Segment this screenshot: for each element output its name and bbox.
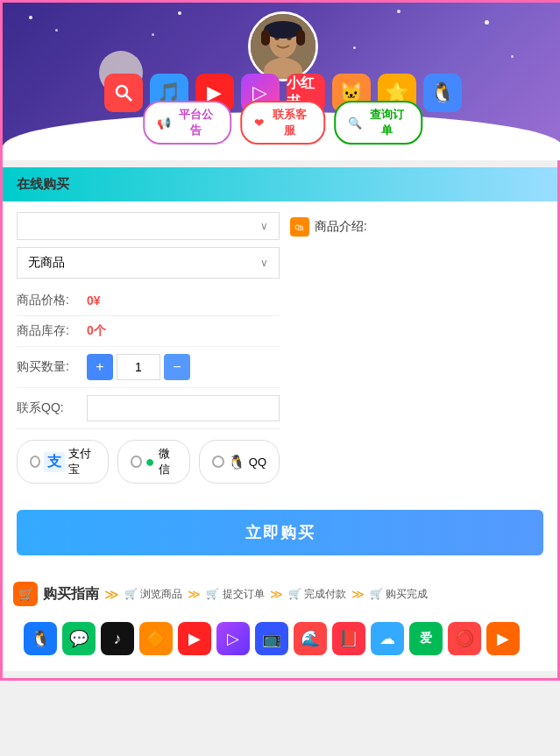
quantity-controls: + − bbox=[87, 354, 190, 380]
bottom-purple-icon[interactable]: ▷ bbox=[216, 622, 250, 655]
guide-step-3: 🛒 完成付款 bbox=[288, 587, 346, 602]
bottom-app-icons: 🐧 💬 ♪ 🔶 ▶ ▷ 📺 🌊 📕 ☁ 爱 ⭕ ▶ bbox=[13, 615, 547, 662]
bottom-iqiyi-icon[interactable]: 爱 bbox=[409, 622, 443, 655]
bottom-video-icon[interactable]: ▶ bbox=[178, 622, 211, 655]
bottom-red-circle-icon[interactable]: ⭕ bbox=[448, 622, 481, 655]
guide-section: 🛒 购买指南 ≫ 🛒 浏览商品 ≫ 🛒 提交订单 ≫ 🛒 完成付款 ≫ 🛒 购买… bbox=[3, 573, 557, 671]
price-value: 0¥ bbox=[87, 293, 101, 307]
chevron-down-icon-2: ∨ bbox=[260, 257, 268, 269]
product-desc-header: 🛍 商品介绍: bbox=[290, 215, 543, 237]
banner: 🎵 ▶ ▷ 小红书 🐱 ⭐ 🐧 bbox=[3, 3, 560, 160]
purchase-form: ∨ 无商品 ∨ 商品价格: 0¥ 商品库存: 0个 bbox=[3, 201, 557, 501]
guide-title-icon: 🛒 bbox=[13, 582, 38, 606]
bottom-tv-icon[interactable]: 📺 bbox=[255, 622, 288, 655]
guide-title: 购买指南 bbox=[43, 585, 99, 604]
app-icon-search[interactable] bbox=[104, 74, 143, 112]
svg-point-8 bbox=[117, 86, 127, 96]
avatar bbox=[248, 11, 318, 81]
arrow-3: ≫ bbox=[351, 587, 365, 601]
buy-button-wrapper: 立即购买 bbox=[3, 501, 557, 569]
cart-icon-1: 🛒 bbox=[124, 588, 138, 600]
buy-now-button[interactable]: 立即购买 bbox=[17, 510, 543, 555]
avatar-face bbox=[251, 14, 315, 79]
wechat-label: 微信 bbox=[159, 446, 177, 477]
chevron-down-icon: ∨ bbox=[260, 220, 268, 232]
stock-label: 商品库存: bbox=[17, 323, 87, 339]
category-select[interactable]: ∨ bbox=[17, 212, 280, 240]
arrow-2: ≫ bbox=[270, 587, 283, 601]
service-icon: ❤ bbox=[254, 117, 264, 130]
guide-step-2: 🛒 提交订单 bbox=[206, 587, 264, 602]
qq-label-pay: QQ bbox=[249, 456, 266, 469]
product-select-value: 无商品 bbox=[28, 255, 65, 271]
bottom-weibo-icon[interactable]: 🌊 bbox=[294, 622, 327, 655]
notice-label: 平台公告 bbox=[174, 107, 217, 138]
stock-row: 商品库存: 0个 bbox=[17, 316, 280, 347]
guide-arrow-deco: ≫ bbox=[104, 586, 119, 603]
svg-line-9 bbox=[126, 95, 131, 101]
pay-option-wechat[interactable]: ● 微信 bbox=[117, 440, 189, 484]
service-button[interactable]: ❤ 联系客服 bbox=[240, 101, 325, 145]
guide-step-1: 🛒 浏览商品 bbox=[124, 587, 182, 602]
section-title: 在线购买 bbox=[17, 176, 69, 191]
notice-icon: 📢 bbox=[157, 117, 171, 130]
product-desc-icon: 🛍 bbox=[290, 217, 309, 237]
qty-minus-button[interactable]: − bbox=[164, 354, 190, 380]
pay-option-alipay[interactable]: 支 支付宝 bbox=[17, 440, 109, 484]
app-icon-qq[interactable]: 🐧 bbox=[423, 74, 462, 112]
stock-value: 0个 bbox=[87, 323, 106, 339]
order-icon: 🔍 bbox=[348, 117, 362, 130]
guide-header: 🛒 购买指南 ≫ 🛒 浏览商品 ≫ 🛒 提交订单 ≫ 🛒 完成付款 ≫ 🛒 购买… bbox=[13, 582, 547, 606]
product-select[interactable]: 无商品 ∨ bbox=[17, 247, 280, 279]
section-header: 在线购买 bbox=[3, 167, 557, 201]
product-desc-label: 商品介绍: bbox=[315, 219, 367, 235]
order-button[interactable]: 🔍 查询订单 bbox=[334, 101, 422, 145]
svg-rect-7 bbox=[296, 30, 305, 46]
service-label: 联系客服 bbox=[267, 107, 311, 138]
price-label: 商品价格: bbox=[17, 293, 87, 308]
qq-input[interactable] bbox=[87, 395, 280, 421]
qq-pay-icon: 🐧 bbox=[228, 454, 245, 470]
cart-icon-2: 🛒 bbox=[206, 588, 219, 600]
price-row: 商品价格: 0¥ bbox=[17, 286, 280, 316]
bottom-play-circle-icon[interactable]: ▶ bbox=[486, 622, 520, 655]
wechat-icon: ● bbox=[145, 453, 155, 471]
arrow-1: ≫ bbox=[188, 587, 201, 601]
qq-label: 联系QQ: bbox=[17, 400, 87, 416]
qty-label: 购买数量: bbox=[17, 359, 87, 375]
action-buttons-row: 📢 平台公告 ❤ 联系客服 🔍 查询订单 bbox=[143, 101, 423, 145]
qq-radio[interactable] bbox=[212, 456, 224, 468]
svg-rect-6 bbox=[261, 30, 270, 46]
bottom-wechat-icon[interactable]: 💬 bbox=[62, 622, 96, 655]
main-content: 在线购买 ∨ 无商品 ∨ 商品价格: 0¥ bbox=[3, 167, 557, 671]
wechat-radio[interactable] bbox=[131, 456, 141, 468]
pay-option-qq[interactable]: 🐧 QQ bbox=[199, 440, 280, 484]
alipay-icon: 支 bbox=[44, 452, 65, 472]
bottom-tiktok-icon[interactable]: ♪ bbox=[101, 622, 134, 655]
payment-options: 支 支付宝 ● 微信 🐧 QQ bbox=[17, 429, 280, 491]
quantity-row: 购买数量: + − bbox=[17, 347, 280, 388]
alipay-radio[interactable] bbox=[30, 456, 40, 468]
qty-plus-button[interactable]: + bbox=[87, 354, 113, 380]
cart-icon-3: 🛒 bbox=[288, 588, 301, 600]
bottom-redbook-icon[interactable]: 📕 bbox=[332, 622, 365, 655]
bottom-qq-icon[interactable]: 🐧 bbox=[24, 622, 57, 655]
notice-button[interactable]: 📢 平台公告 bbox=[143, 101, 231, 145]
cart-icon-4: 🛒 bbox=[370, 588, 383, 600]
form-left: ∨ 无商品 ∨ 商品价格: 0¥ 商品库存: 0个 bbox=[17, 212, 280, 491]
qq-row: 联系QQ: bbox=[17, 388, 280, 429]
qty-input[interactable] bbox=[117, 354, 160, 380]
bottom-orange-icon[interactable]: 🔶 bbox=[139, 622, 173, 655]
guide-step-4: 🛒 购买完成 bbox=[370, 587, 428, 602]
bottom-cloud-icon[interactable]: ☁ bbox=[371, 622, 404, 655]
order-label: 查询订单 bbox=[365, 107, 408, 138]
alipay-label: 支付宝 bbox=[68, 446, 96, 477]
form-right: 🛍 商品介绍: bbox=[290, 212, 543, 491]
buy-btn-label: 立即购买 bbox=[245, 524, 315, 541]
